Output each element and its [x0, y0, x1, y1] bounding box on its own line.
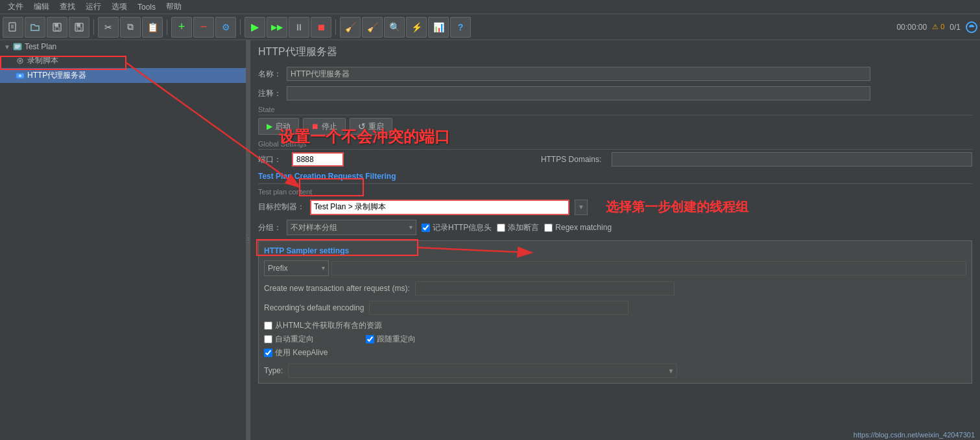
proxy-icon [16, 71, 25, 80]
toolbar-aggregate-btn[interactable]: 📊 [428, 17, 449, 38]
state-buttons: ▶ 启动 ⏹ 停止 ↺ 重启 [258, 118, 972, 135]
name-input[interactable] [287, 67, 870, 81]
grouping-select[interactable]: 不对样本分组 [287, 220, 416, 235]
checkbox-follow-redirect: 跟随重定向 [366, 334, 416, 345]
checkbox-auto-redirect-input[interactable] [264, 335, 272, 343]
global-settings-title: Global Settings [258, 140, 972, 150]
menu-tools[interactable]: Tools [132, 1, 161, 13]
tree-item-recording[interactable]: 录制脚本 [0, 53, 246, 68]
gear-icon [16, 56, 25, 65]
svg-rect-5 [54, 23, 58, 27]
svg-rect-9 [77, 27, 81, 30]
start-icon: ▶ [267, 122, 272, 131]
tree-item-proxy[interactable]: HTTP代理服务器 [0, 68, 246, 83]
checkbox-html: 从HTML文件获取所有含的资源 [264, 320, 966, 331]
state-section: State ▶ 启动 ⏹ 停止 ↺ 重启 [258, 106, 972, 135]
toolbar-copy-btn[interactable]: ⧉ [120, 17, 141, 38]
transaction-input[interactable] [415, 281, 675, 295]
toolbar-start-btn[interactable]: ▶ [245, 17, 265, 38]
global-settings-section: Global Settings 端口： HTTPS Domains: [258, 140, 972, 167]
toolbar-stats: 00:00:00 ⚠ 0 0/1 [896, 21, 977, 33]
toolbar-cut-btn[interactable]: ✂ [98, 17, 119, 38]
status-icon [966, 21, 977, 33]
checkbox-regex-input[interactable] [544, 224, 553, 232]
toolbar-config-btn[interactable]: ⚙ [215, 17, 236, 38]
encoding-input[interactable] [369, 301, 628, 315]
toolbar-paste-btn[interactable]: 📋 [142, 17, 163, 38]
panel-title: HTTP代理服务器 [258, 45, 972, 59]
port-label: 端口： [258, 154, 281, 165]
state-title: State [258, 106, 972, 115]
toolbar-save-as-btn[interactable] [69, 17, 90, 38]
encoding-row: Recording's default encoding [264, 301, 966, 315]
transaction-label: Create new transaction after request (ms… [264, 284, 410, 293]
checkbox-http-header-input[interactable] [422, 224, 430, 232]
checkbox-follow-redirect-input[interactable] [366, 335, 374, 343]
prefix-value-field[interactable] [331, 261, 966, 275]
annotation-text-2: 选择第一步创建的线程组 [606, 198, 972, 216]
toolbar-clear2-btn[interactable]: 🧹 [362, 17, 383, 38]
comment-label: 注释： [258, 88, 281, 99]
svg-rect-6 [55, 27, 59, 30]
toolbar-remove-btn[interactable]: − [193, 17, 214, 38]
tpc-title: Test Plan Creation Requests Filtering [258, 172, 972, 184]
checkbox-assertion-input[interactable] [497, 224, 505, 232]
global-settings-row: 端口： HTTPS Domains: [258, 152, 972, 167]
type-row: Type: ▼ [264, 364, 966, 378]
name-row: 名称： [258, 67, 972, 81]
https-input[interactable] [612, 152, 972, 167]
http-sampler-title: HTTP Sampler settings [264, 246, 966, 255]
menu-find[interactable]: 查找 [54, 0, 80, 14]
checkbox-keepalive-input[interactable] [264, 349, 272, 357]
toolbar-open-btn[interactable] [25, 17, 45, 38]
prefix-select[interactable]: Prefix [264, 261, 329, 276]
type-select[interactable]: ▼ [288, 364, 677, 378]
toolbar-start-no-pause-btn[interactable]: ▶▶ [267, 17, 287, 38]
start-button[interactable]: ▶ 启动 [258, 118, 299, 135]
main-layout: ▼ Test Plan 录制脚本 HTTP代理服务器 [0, 40, 980, 440]
comment-input[interactable] [287, 86, 870, 100]
menu-edit[interactable]: 编辑 [29, 0, 54, 14]
toolbar-pause-btn[interactable]: ⏸ [289, 17, 309, 38]
checkbox-html-label: 从HTML文件获取所有含的资源 [275, 320, 382, 331]
toolbar-help-btn[interactable]: ? [450, 17, 471, 38]
checkbox-row: 从HTML文件获取所有含的资源 自动重定向 跟随重定向 使用 KeepAlive [264, 320, 966, 358]
type-label: Type: [264, 366, 283, 375]
menu-run[interactable]: 运行 [80, 0, 106, 14]
menu-help[interactable]: 帮助 [161, 0, 187, 14]
http-sampler-section: HTTP Sampler settings Prefix Create new … [258, 240, 972, 384]
tree-item-testplan[interactable]: ▼ Test Plan [0, 40, 246, 53]
toolbar-sep-3 [240, 19, 241, 35]
testplan-icon [13, 42, 22, 51]
svg-point-18 [19, 75, 21, 77]
target-dropdown-btn[interactable]: ▼ [575, 200, 588, 215]
checkbox-keepalive-label: 使用 KeepAlive [275, 347, 328, 358]
toolbar-new-btn[interactable] [3, 17, 23, 38]
restart-button[interactable]: ↺ 重启 [350, 118, 392, 135]
right-panel: HTTP代理服务器 名称： 注释： State ▶ 启动 ⏹ 停止 [250, 40, 980, 440]
toolbar-lightning-btn[interactable]: ⚡ [406, 17, 427, 38]
stop-icon: ⏹ [311, 122, 319, 131]
menu-file[interactable]: 文件 [3, 0, 29, 14]
toolbar-search-btn[interactable]: 🔍 [384, 17, 405, 38]
toolbar-save-btn[interactable] [47, 17, 67, 38]
toolbar-clear-btn[interactable]: 🧹 [340, 17, 361, 38]
menu-options[interactable]: 选项 [106, 0, 132, 14]
timer-display: 00:00:00 [896, 23, 927, 32]
prefix-row: Prefix [264, 261, 966, 276]
toolbar-stop-btn[interactable]: ⏹ [311, 17, 331, 38]
checkbox-html-input[interactable] [264, 321, 272, 330]
warning-count: ⚠ 0 [932, 23, 944, 31]
checkbox-http-header-label: 记录HTTP信息头 [433, 222, 492, 233]
stop-button[interactable]: ⏹ 停止 [303, 118, 346, 135]
toolbar-sep-2 [167, 19, 167, 35]
tree-testplan-label: Test Plan [25, 42, 56, 51]
type-dropdown-arrow: ▼ [667, 367, 674, 375]
checkbox-follow-redirect-label: 跟随重定向 [377, 334, 416, 345]
tpc-subtitle: Test plan content [258, 188, 972, 196]
comment-row: 注释： [258, 86, 972, 100]
toolbar: ✂ ⧉ 📋 + − ⚙ ▶ ▶▶ ⏸ ⏹ 🧹 🧹 🔍 ⚡ 📊 ? 00:00:0… [0, 14, 980, 40]
port-input[interactable] [292, 152, 344, 167]
toolbar-add-btn[interactable]: + [171, 17, 192, 38]
checkbox-assertion-label: 添加断言 [508, 222, 539, 233]
